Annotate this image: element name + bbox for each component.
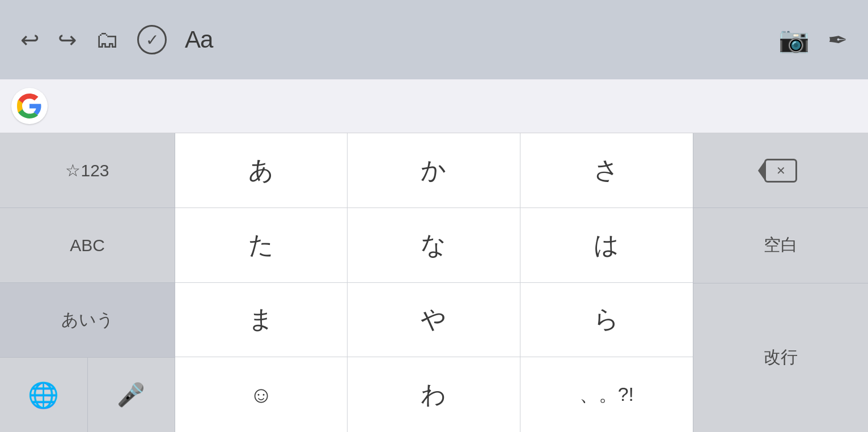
left-panel: ☆123 ABC あいう 🌐 🎤 xyxy=(0,133,175,432)
stylus-button[interactable]: ✒ xyxy=(828,26,848,54)
key-ma[interactable]: ま xyxy=(175,283,348,358)
google-logo[interactable] xyxy=(11,88,48,124)
globe-icon: 🌐 xyxy=(28,380,59,410)
key-ha[interactable]: は xyxy=(520,208,693,283)
enter-label: 改行 xyxy=(764,346,798,369)
redo-button[interactable]: ↪ xyxy=(58,27,77,53)
clipboard-button[interactable]: 🗂 xyxy=(95,26,119,53)
key-wa[interactable]: わ xyxy=(348,357,520,432)
key-na[interactable]: な xyxy=(348,208,520,283)
globe-key[interactable]: 🌐 xyxy=(0,358,88,432)
space-label: 空白 xyxy=(764,234,798,257)
keyboard: ☆123 ABC あいう 🌐 🎤 あ か さ た な は ま や ら ☺ わ 、… xyxy=(0,133,868,432)
mic-key[interactable]: 🎤 xyxy=(88,358,175,432)
right-panel: 空白 改行 xyxy=(693,133,868,432)
suggestion-bar xyxy=(0,79,868,133)
toolbar: ↩ ↪ 🗂 Aa 📷 ✒ xyxy=(0,0,868,79)
key-ka[interactable]: か xyxy=(348,133,520,208)
key-a[interactable]: あ xyxy=(175,133,348,208)
mic-icon: 🎤 xyxy=(117,382,145,408)
space-key[interactable]: 空白 xyxy=(693,208,868,283)
main-key-grid: あ か さ た な は ま や ら ☺ わ 、。?! xyxy=(175,133,693,432)
enter-key[interactable]: 改行 xyxy=(693,283,868,433)
key-sa[interactable]: さ xyxy=(520,133,693,208)
format-button[interactable]: Aa xyxy=(185,26,213,53)
aiう-key[interactable]: あいう xyxy=(0,283,175,358)
bottom-left-keys: 🌐 🎤 xyxy=(0,358,175,432)
key-ta[interactable]: た xyxy=(175,208,348,283)
undo-button[interactable]: ↩ xyxy=(20,27,40,53)
check-button[interactable] xyxy=(137,25,167,54)
key-ra[interactable]: ら xyxy=(520,283,693,358)
camera-button[interactable]: 📷 xyxy=(778,25,810,54)
backspace-icon xyxy=(764,159,797,183)
backspace-key[interactable] xyxy=(693,133,868,208)
star-123-key[interactable]: ☆123 xyxy=(0,133,175,208)
key-smile[interactable]: ☺ xyxy=(175,357,348,432)
abc-key[interactable]: ABC xyxy=(0,208,175,283)
key-punct[interactable]: 、。?! xyxy=(520,357,693,432)
key-ya[interactable]: や xyxy=(348,283,520,358)
